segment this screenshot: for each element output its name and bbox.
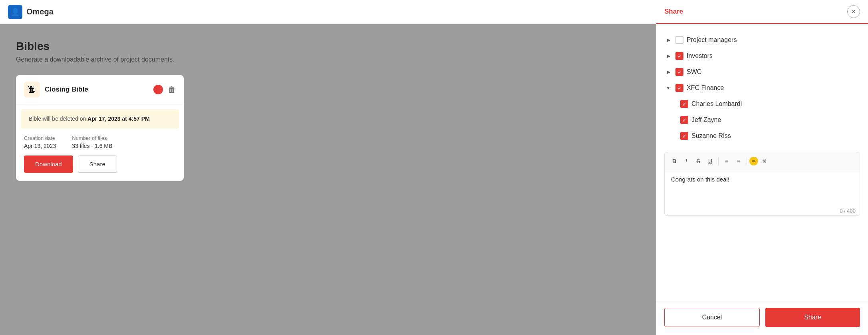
delete-icon[interactable]: 🗑: [168, 85, 176, 94]
app-header: 👤 Omega: [0, 0, 656, 24]
editor-content[interactable]: Congrats on this deal!: [665, 170, 860, 206]
app-logo: 👤 Omega: [8, 5, 54, 19]
chevron-right-icon-investors[interactable]: ▶: [664, 52, 672, 60]
creation-date-meta: Creation date Apr 13, 2023: [24, 135, 56, 149]
char-count: 0 / 400: [665, 206, 860, 215]
tree-label-swc: SWC: [687, 68, 701, 76]
share-panel-body: ▶ Project managers ▶ ✓ Investors ▶ ✓ SWC…: [656, 24, 868, 301]
status-dot: [153, 85, 163, 94]
bold-button[interactable]: B: [669, 156, 680, 167]
tree-label-charles: Charles Lombardi: [691, 100, 742, 108]
tree-item-swc: ▶ ✓ SWC: [664, 64, 860, 80]
message-editor: B I S U ≡ ≡ ✏ ✕ Congrats on this deal! 0…: [664, 152, 860, 216]
zip-icon: 🗜: [24, 82, 40, 98]
close-button[interactable]: ×: [847, 5, 860, 18]
strikethrough-button[interactable]: S: [693, 156, 704, 167]
logo-icon: 👤: [8, 5, 22, 19]
tree-label-jeff: Jeff Zayne: [691, 116, 721, 124]
tree-label-xfc-finance: XFC Finance: [687, 84, 724, 92]
files-value: 33 files - 1.6 MB: [72, 143, 112, 149]
xfc-finance-children: ✓ Charles Lombardi ✓ Jeff Zayne ✓ Suzann…: [680, 96, 860, 144]
editor-message: Congrats on this deal!: [671, 176, 729, 183]
share-tab-label: Share: [664, 8, 683, 16]
chevron-down-icon-xfc[interactable]: ▼: [664, 84, 672, 92]
checkbox-charles[interactable]: ✓: [680, 100, 688, 108]
bible-card-header: 🗜 Closing Bible 🗑: [16, 75, 184, 104]
tree-item-jeff: ✓ Jeff Zayne: [680, 112, 860, 128]
checkbox-investors[interactable]: ✓: [675, 52, 683, 60]
tree-item-xfc-finance: ▼ ✓ XFC Finance: [664, 80, 860, 96]
files-label: Number of files: [72, 135, 112, 141]
bible-card-actions: 🗑: [153, 85, 176, 94]
checkbox-jeff[interactable]: ✓: [680, 116, 688, 124]
underline-button[interactable]: U: [705, 156, 716, 167]
tree-label-project-managers: Project managers: [687, 36, 737, 44]
toolbar-separator-2: [747, 157, 747, 165]
ordered-list-button[interactable]: ≡: [733, 156, 744, 167]
files-meta: Number of files 33 files - 1.6 MB: [72, 135, 112, 149]
checkbox-project-managers[interactable]: [675, 36, 683, 44]
bible-card-name: Closing Bible: [45, 86, 88, 94]
main-content: Bibles Generate a downloadable archive o…: [0, 24, 656, 335]
share-panel-header: Share ×: [656, 0, 868, 24]
cancel-button[interactable]: Cancel: [664, 308, 760, 327]
clear-format-button[interactable]: ✕: [759, 156, 770, 167]
tree-item-suzanne: ✓ Suzanne Riss: [680, 128, 860, 144]
tree-label-suzanne: Suzanne Riss: [691, 132, 731, 140]
tree-label-investors: Investors: [687, 52, 713, 60]
share-panel: Share × ▶ Project managers ▶ ✓ Investors…: [656, 0, 868, 335]
bible-card-title-area: 🗜 Closing Bible: [24, 82, 88, 98]
checkbox-suzanne[interactable]: ✓: [680, 132, 688, 140]
share-button[interactable]: Share: [78, 156, 117, 173]
bible-card-footer: Download Share: [16, 156, 184, 181]
editor-toolbar: B I S U ≡ ≡ ✏ ✕: [665, 152, 860, 170]
chevron-right-icon[interactable]: ▶: [664, 36, 672, 44]
bible-card-meta: Creation date Apr 13, 2023 Number of fil…: [16, 129, 184, 156]
creation-date-label: Creation date: [24, 135, 56, 141]
share-submit-button[interactable]: Share: [765, 308, 860, 327]
page-subtitle: Generate a downloadable archive of proje…: [16, 56, 640, 63]
tree-item-project-managers: ▶ Project managers: [664, 32, 860, 48]
download-button[interactable]: Download: [24, 156, 73, 173]
bible-card: 🗜 Closing Bible 🗑 Bible will be deleted …: [16, 75, 184, 181]
page-title: Bibles: [16, 40, 640, 53]
checkbox-swc[interactable]: ✓: [675, 68, 683, 76]
checkbox-xfc-finance[interactable]: ✓: [675, 84, 683, 92]
creation-date-value: Apr 13, 2023: [24, 143, 56, 149]
tree-item-charles: ✓ Charles Lombardi: [680, 96, 860, 112]
toolbar-separator-1: [718, 157, 719, 165]
app-title: Omega: [26, 7, 54, 16]
deletion-warning: Bible will be deleted on Apr 17, 2023 at…: [21, 109, 179, 129]
tree-item-investors: ▶ ✓ Investors: [664, 48, 860, 64]
italic-button[interactable]: I: [681, 156, 692, 167]
bullet-list-button[interactable]: ≡: [721, 156, 732, 167]
share-panel-footer: Cancel Share: [656, 301, 868, 335]
highlight-icon[interactable]: ✏: [749, 157, 758, 166]
chevron-right-icon-swc[interactable]: ▶: [664, 68, 672, 76]
